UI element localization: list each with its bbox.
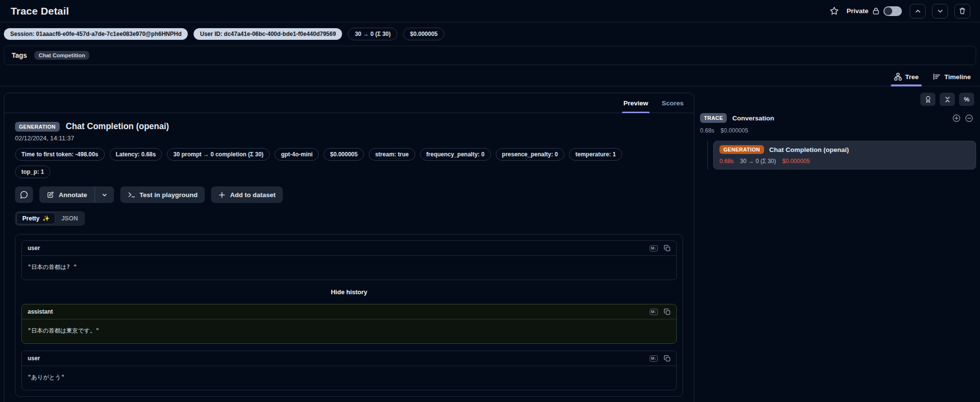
annotate-button[interactable]: Annotate bbox=[39, 186, 95, 203]
page-title: Trace Detail bbox=[11, 5, 69, 17]
markdown-toggle-icon[interactable]: M↓ bbox=[650, 309, 658, 315]
privacy-label: Private bbox=[847, 7, 868, 15]
generation-type-badge: GENERATION bbox=[719, 145, 764, 154]
message-header: user M↓ bbox=[22, 351, 676, 366]
tree-children: GENERATION Chat Completion (openai) 0.68… bbox=[707, 141, 976, 169]
trace-nav-buttons bbox=[910, 4, 970, 18]
annotate-dropdown-button[interactable] bbox=[95, 186, 114, 203]
top-bar: Trace Detail Private bbox=[0, 0, 980, 22]
expand-all-plus-icon[interactable] bbox=[952, 114, 961, 122]
view-tabs: Tree Timeline bbox=[0, 67, 980, 86]
tree-expand-controls bbox=[952, 114, 976, 122]
annotate-label: Annotate bbox=[59, 191, 87, 199]
copy-icon[interactable] bbox=[664, 245, 670, 251]
trace-cost-badge: $0.000005 bbox=[403, 28, 444, 40]
next-trace-button[interactable] bbox=[932, 4, 948, 18]
trace-tree-root-row[interactable]: TRACE Conversation bbox=[700, 113, 976, 123]
observation-card: Preview Scores GENERATION Chat Completio… bbox=[4, 93, 694, 402]
trace-meta-row: Session: 01aaacf6-e0fe-457d-a7de-7c1ee08… bbox=[0, 22, 980, 45]
format-json-segment[interactable]: JSON bbox=[55, 213, 83, 224]
medal-icon bbox=[924, 96, 932, 103]
message-role: assistant bbox=[28, 308, 53, 315]
comment-bubble-icon bbox=[20, 191, 28, 199]
preview-scores-tabs: Preview Scores bbox=[4, 93, 694, 113]
tab-tree[interactable]: Tree bbox=[894, 72, 919, 86]
badge-token-usage: 30 prompt → 0 completion (Σ 30) bbox=[167, 148, 270, 161]
chevron-down-icon bbox=[937, 8, 944, 15]
message-header-icons: M↓ bbox=[650, 308, 670, 315]
message-content: "日本の首都は? " bbox=[22, 256, 676, 280]
collapse-all-button[interactable] bbox=[940, 93, 955, 106]
privacy-toggle[interactable] bbox=[883, 6, 902, 16]
trace-cost: $0.000005 bbox=[720, 127, 748, 134]
copy-icon[interactable] bbox=[664, 355, 670, 362]
delete-trace-button[interactable] bbox=[954, 4, 970, 18]
observation-body: GENERATION Chat Completion (openai) 02/1… bbox=[4, 113, 694, 402]
previous-trace-button[interactable] bbox=[910, 4, 926, 18]
generation-tokens: 30 → 0 (Σ 30) bbox=[740, 158, 776, 165]
message-content: "日本の首都は東京です。" bbox=[22, 319, 676, 343]
generation-cost: $0.000005 bbox=[782, 158, 810, 165]
collapse-vertical-icon bbox=[944, 96, 951, 103]
badge-top-p: top_p: 1 bbox=[15, 166, 50, 178]
tab-scores[interactable]: Scores bbox=[661, 93, 684, 113]
test-in-playground-label: Test in playground bbox=[140, 191, 198, 199]
chevron-down-icon bbox=[101, 192, 108, 198]
scores-medal-button[interactable] bbox=[920, 93, 935, 106]
annotate-split-button: Annotate bbox=[39, 186, 114, 203]
edit-pencil-icon bbox=[47, 191, 54, 199]
copy-icon[interactable] bbox=[664, 308, 670, 315]
percent-icon: % bbox=[964, 96, 970, 103]
add-to-dataset-button[interactable]: Add to dataset bbox=[211, 186, 283, 203]
tab-timeline-label: Timeline bbox=[944, 73, 971, 81]
collapse-all-minus-icon[interactable] bbox=[965, 114, 973, 122]
badge-frequency-penalty: frequency_penalty: 0 bbox=[420, 148, 491, 161]
format-pretty-label: Pretty bbox=[22, 215, 39, 222]
sidebar-toolbar: % bbox=[700, 93, 976, 106]
badge-cost: $0.000005 bbox=[324, 148, 364, 161]
format-toggle: Pretty ✨ JSON bbox=[15, 211, 85, 226]
message-assistant: assistant M↓ "日本の首都は東京です。" bbox=[21, 304, 677, 344]
tag-chat-competition[interactable]: Chat Competition bbox=[34, 51, 90, 60]
observation-badges-row: Time to first token: -498.00s Latency: 0… bbox=[15, 148, 683, 161]
message-user-2: user M↓ "ありがとう" bbox=[21, 351, 677, 390]
message-content: "ありがとう" bbox=[22, 366, 676, 390]
generation-metrics: 0.68s 30 → 0 (Σ 30) $0.000005 bbox=[719, 158, 970, 165]
privacy-control: Private bbox=[847, 6, 902, 16]
generation-row-header: GENERATION Chat Completion (openai) bbox=[719, 145, 970, 154]
user-id-badge[interactable]: User ID: dc47a41e-06bc-400d-bde1-f0e440d… bbox=[194, 28, 342, 40]
format-pretty-segment[interactable]: Pretty ✨ bbox=[16, 213, 55, 224]
observation-timestamp: 02/12/2024, 14:11:37 bbox=[15, 134, 683, 142]
actions-row: Annotate Test in playground Add to datas… bbox=[15, 186, 683, 203]
message-header: user M↓ bbox=[22, 241, 676, 256]
top-bar-actions: Private bbox=[830, 4, 970, 18]
chevron-up-icon bbox=[915, 8, 921, 15]
session-badge[interactable]: Session: 01aaacf6-e0fe-457d-a7de-7c1ee08… bbox=[4, 28, 188, 40]
markdown-toggle-icon[interactable]: M↓ bbox=[650, 355, 658, 362]
comments-button[interactable] bbox=[15, 186, 33, 203]
test-in-playground-button[interactable]: Test in playground bbox=[120, 186, 205, 203]
trace-title: Conversation bbox=[732, 115, 774, 122]
plus-icon bbox=[218, 191, 226, 199]
observation-badges-row-2: top_p: 1 bbox=[15, 166, 683, 178]
markdown-toggle-icon[interactable]: M↓ bbox=[650, 245, 658, 251]
toggle-metrics-button[interactable]: % bbox=[959, 93, 974, 106]
observation-title-row: GENERATION Chat Completion (openai) bbox=[15, 121, 683, 132]
generation-tree-row[interactable]: GENERATION Chat Completion (openai) 0.68… bbox=[713, 141, 976, 169]
timeline-icon bbox=[933, 73, 941, 81]
generation-type-badge: GENERATION bbox=[15, 122, 60, 132]
terminal-icon bbox=[128, 191, 135, 199]
trace-tokens-badge: 30 → 0 (Σ 30) bbox=[348, 28, 397, 40]
message-header-icons: M↓ bbox=[650, 245, 670, 251]
toggle-knob bbox=[884, 7, 892, 15]
star-icon[interactable] bbox=[830, 6, 839, 16]
generation-latency: 0.68s bbox=[719, 158, 734, 165]
hide-history-button[interactable]: Hide history bbox=[21, 288, 677, 296]
badge-model[interactable]: gpt-4o-mini bbox=[275, 148, 319, 161]
badge-presence-penalty: presence_penalty: 0 bbox=[496, 148, 564, 161]
tab-timeline[interactable]: Timeline bbox=[932, 72, 971, 86]
message-user-1: user M↓ "日本の首都は? " bbox=[21, 240, 677, 280]
message-header: assistant M↓ bbox=[22, 304, 676, 319]
message-role: user bbox=[28, 355, 40, 362]
tab-preview[interactable]: Preview bbox=[623, 93, 649, 113]
